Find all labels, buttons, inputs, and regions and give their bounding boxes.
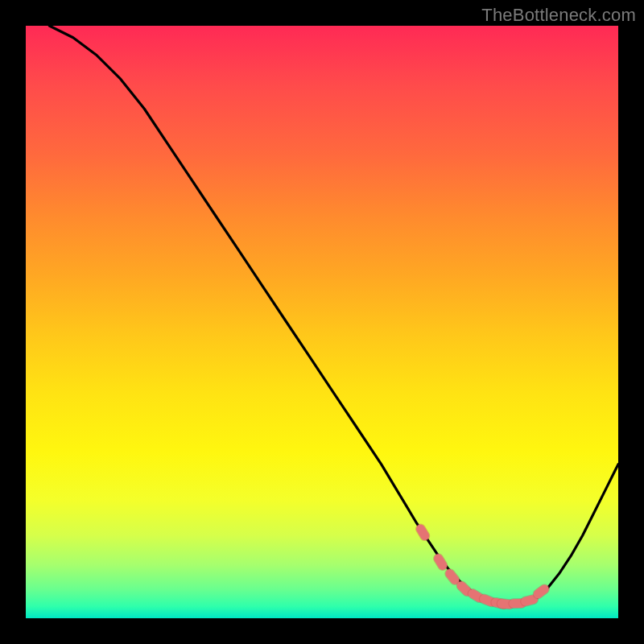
highlight-marker xyxy=(461,586,467,592)
highlight-marker xyxy=(473,594,480,598)
highlight-markers xyxy=(421,529,545,605)
highlight-marker xyxy=(538,589,544,594)
highlight-marker xyxy=(526,600,534,601)
plot-area xyxy=(26,26,618,618)
highlight-marker xyxy=(484,599,491,602)
watermark-text: TheBottleneck.com xyxy=(481,5,636,26)
highlight-marker xyxy=(421,529,425,536)
highlight-marker xyxy=(450,574,455,580)
bottleneck-curve xyxy=(49,26,618,606)
highlight-marker xyxy=(439,559,443,566)
chart-overlay xyxy=(26,26,618,618)
chart-stage: { "watermark": "TheBottleneck.com", "col… xyxy=(0,0,644,644)
